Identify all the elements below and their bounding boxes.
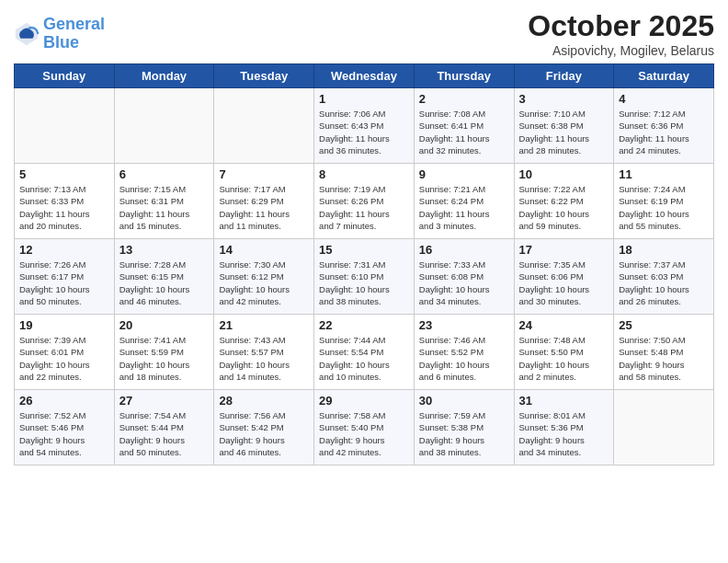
week-row-2: 12Sunrise: 7:26 AM Sunset: 6:17 PM Dayli…	[15, 239, 714, 315]
day-number: 1	[319, 92, 409, 106]
day-number: 3	[519, 92, 609, 106]
day-detail: Sunrise: 7:56 AM Sunset: 5:42 PM Dayligh…	[219, 409, 309, 458]
calendar-table: SundayMondayTuesdayWednesdayThursdayFrid…	[14, 63, 714, 465]
calendar-cell: 13Sunrise: 7:28 AM Sunset: 6:15 PM Dayli…	[114, 239, 214, 315]
day-number: 29	[319, 394, 409, 408]
day-number: 25	[619, 318, 709, 332]
calendar-cell: 7Sunrise: 7:17 AM Sunset: 6:29 PM Daylig…	[214, 164, 314, 239]
calendar-cell: 14Sunrise: 7:30 AM Sunset: 6:12 PM Dayli…	[214, 239, 314, 315]
calendar-cell: 1Sunrise: 7:06 AM Sunset: 6:43 PM Daylig…	[314, 88, 415, 164]
logo-text: General Blue	[43, 16, 105, 52]
day-detail: Sunrise: 7:19 AM Sunset: 6:26 PM Dayligh…	[319, 183, 409, 232]
weekday-header-monday: Monday	[114, 64, 214, 88]
day-detail: Sunrise: 7:39 AM Sunset: 6:01 PM Dayligh…	[19, 334, 109, 383]
weekday-header-friday: Friday	[514, 64, 614, 88]
day-number: 4	[619, 92, 709, 106]
calendar-cell: 15Sunrise: 7:31 AM Sunset: 6:10 PM Dayli…	[314, 239, 415, 315]
day-number: 27	[119, 394, 210, 408]
day-detail: Sunrise: 7:54 AM Sunset: 5:44 PM Dayligh…	[119, 409, 210, 458]
day-detail: Sunrise: 7:41 AM Sunset: 5:59 PM Dayligh…	[119, 334, 210, 383]
day-number: 31	[519, 394, 609, 408]
week-row-3: 19Sunrise: 7:39 AM Sunset: 6:01 PM Dayli…	[15, 315, 714, 390]
day-number: 30	[419, 394, 509, 408]
header-row: SundayMondayTuesdayWednesdayThursdayFrid…	[15, 64, 714, 88]
day-detail: Sunrise: 7:59 AM Sunset: 5:38 PM Dayligh…	[419, 409, 509, 458]
calendar-cell: 10Sunrise: 7:22 AM Sunset: 6:22 PM Dayli…	[514, 164, 614, 239]
calendar-cell	[614, 390, 714, 465]
calendar-cell: 2Sunrise: 7:08 AM Sunset: 6:41 PM Daylig…	[414, 88, 514, 164]
logo-icon	[14, 21, 40, 47]
week-row-1: 5Sunrise: 7:13 AM Sunset: 6:33 PM Daylig…	[15, 164, 714, 239]
calendar-cell: 6Sunrise: 7:15 AM Sunset: 6:31 PM Daylig…	[114, 164, 214, 239]
calendar-cell: 28Sunrise: 7:56 AM Sunset: 5:42 PM Dayli…	[214, 390, 314, 465]
day-detail: Sunrise: 7:26 AM Sunset: 6:17 PM Dayligh…	[19, 259, 109, 307]
logo-line1: General	[43, 15, 105, 33]
calendar-cell: 21Sunrise: 7:43 AM Sunset: 5:57 PM Dayli…	[214, 315, 314, 390]
calendar-cell: 27Sunrise: 7:54 AM Sunset: 5:44 PM Dayli…	[114, 390, 214, 465]
day-number: 28	[219, 394, 309, 408]
calendar-cell	[214, 88, 314, 164]
calendar-cell: 12Sunrise: 7:26 AM Sunset: 6:17 PM Dayli…	[15, 239, 115, 315]
day-number: 19	[19, 318, 109, 332]
calendar-cell: 24Sunrise: 7:48 AM Sunset: 5:50 PM Dayli…	[514, 315, 614, 390]
calendar-cell: 5Sunrise: 7:13 AM Sunset: 6:33 PM Daylig…	[15, 164, 115, 239]
day-detail: Sunrise: 7:15 AM Sunset: 6:31 PM Dayligh…	[119, 183, 210, 232]
page-container: General Blue October 2025 Asipovichy, Mo…	[0, 0, 728, 475]
month-title: October 2025	[528, 9, 714, 43]
day-number: 9	[419, 167, 509, 181]
day-number: 8	[319, 167, 409, 181]
day-detail: Sunrise: 7:21 AM Sunset: 6:24 PM Dayligh…	[419, 183, 509, 232]
day-detail: Sunrise: 7:50 AM Sunset: 5:48 PM Dayligh…	[619, 334, 709, 383]
week-row-0: 1Sunrise: 7:06 AM Sunset: 6:43 PM Daylig…	[15, 88, 714, 164]
day-detail: Sunrise: 7:31 AM Sunset: 6:10 PM Dayligh…	[319, 259, 409, 307]
day-detail: Sunrise: 7:06 AM Sunset: 6:43 PM Dayligh…	[319, 108, 409, 156]
calendar-cell	[15, 88, 115, 164]
weekday-header-tuesday: Tuesday	[214, 64, 314, 88]
day-detail: Sunrise: 7:12 AM Sunset: 6:36 PM Dayligh…	[619, 108, 709, 156]
day-number: 14	[219, 243, 309, 257]
day-number: 7	[219, 167, 309, 181]
calendar-cell: 26Sunrise: 7:52 AM Sunset: 5:46 PM Dayli…	[15, 390, 115, 465]
day-number: 2	[419, 92, 509, 106]
weekday-header-wednesday: Wednesday	[314, 64, 415, 88]
location-subtitle: Asipovichy, Mogilev, Belarus	[528, 43, 714, 58]
calendar-cell: 8Sunrise: 7:19 AM Sunset: 6:26 PM Daylig…	[314, 164, 415, 239]
calendar-cell: 31Sunrise: 8:01 AM Sunset: 5:36 PM Dayli…	[514, 390, 614, 465]
day-detail: Sunrise: 7:13 AM Sunset: 6:33 PM Dayligh…	[19, 183, 109, 232]
day-detail: Sunrise: 7:30 AM Sunset: 6:12 PM Dayligh…	[219, 259, 309, 307]
logo-line2: Blue	[43, 33, 79, 52]
calendar-cell: 3Sunrise: 7:10 AM Sunset: 6:38 PM Daylig…	[514, 88, 614, 164]
day-number: 11	[619, 167, 709, 181]
day-number: 10	[519, 167, 609, 181]
day-detail: Sunrise: 7:08 AM Sunset: 6:41 PM Dayligh…	[419, 108, 509, 156]
day-detail: Sunrise: 8:01 AM Sunset: 5:36 PM Dayligh…	[519, 409, 609, 458]
day-detail: Sunrise: 7:28 AM Sunset: 6:15 PM Dayligh…	[119, 259, 210, 307]
day-number: 26	[19, 394, 109, 408]
calendar-cell: 22Sunrise: 7:44 AM Sunset: 5:54 PM Dayli…	[314, 315, 415, 390]
day-number: 15	[319, 243, 409, 257]
calendar-cell: 20Sunrise: 7:41 AM Sunset: 5:59 PM Dayli…	[114, 315, 214, 390]
calendar-cell: 29Sunrise: 7:58 AM Sunset: 5:40 PM Dayli…	[314, 390, 415, 465]
calendar-cell: 11Sunrise: 7:24 AM Sunset: 6:19 PM Dayli…	[614, 164, 714, 239]
day-detail: Sunrise: 7:43 AM Sunset: 5:57 PM Dayligh…	[219, 334, 309, 383]
day-number: 13	[119, 243, 210, 257]
day-number: 20	[119, 318, 210, 332]
day-number: 12	[19, 243, 109, 257]
day-detail: Sunrise: 7:44 AM Sunset: 5:54 PM Dayligh…	[319, 334, 409, 383]
weekday-header-sunday: Sunday	[15, 64, 115, 88]
weekday-header-thursday: Thursday	[414, 64, 514, 88]
day-detail: Sunrise: 7:35 AM Sunset: 6:06 PM Dayligh…	[519, 259, 609, 307]
day-detail: Sunrise: 7:46 AM Sunset: 5:52 PM Dayligh…	[419, 334, 509, 383]
day-number: 24	[519, 318, 609, 332]
day-detail: Sunrise: 7:22 AM Sunset: 6:22 PM Dayligh…	[519, 183, 609, 232]
calendar-cell: 25Sunrise: 7:50 AM Sunset: 5:48 PM Dayli…	[614, 315, 714, 390]
header: General Blue October 2025 Asipovichy, Mo…	[14, 9, 714, 58]
day-number: 21	[219, 318, 309, 332]
day-detail: Sunrise: 7:58 AM Sunset: 5:40 PM Dayligh…	[319, 409, 409, 458]
day-number: 16	[419, 243, 509, 257]
day-detail: Sunrise: 7:37 AM Sunset: 6:03 PM Dayligh…	[619, 259, 709, 307]
day-number: 6	[119, 167, 210, 181]
week-row-4: 26Sunrise: 7:52 AM Sunset: 5:46 PM Dayli…	[15, 390, 714, 465]
day-number: 22	[319, 318, 409, 332]
calendar-cell	[114, 88, 214, 164]
